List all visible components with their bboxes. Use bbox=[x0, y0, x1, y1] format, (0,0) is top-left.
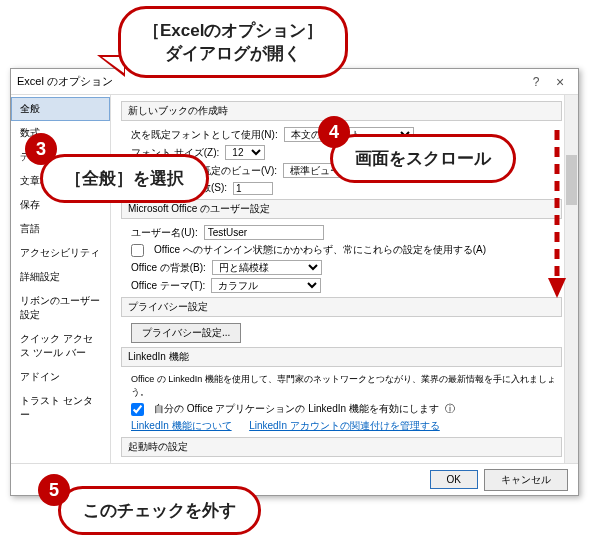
sidebar-item-accessibility[interactable]: アクセシビリティ bbox=[11, 241, 110, 265]
callout-scroll: 画面をスクロール bbox=[330, 134, 516, 183]
office-background-select[interactable]: 円と縞模様 bbox=[212, 260, 322, 275]
row-linkedin-links: LinkedIn 機能について LinkedIn アカウントの関連付けを管理する bbox=[131, 419, 562, 433]
label: Office へのサインイン状態にかかわらず、常にこれらの設定を使用する(A) bbox=[154, 243, 486, 257]
always-use-settings-checkbox[interactable] bbox=[131, 244, 144, 257]
scrollbar-thumb[interactable] bbox=[566, 155, 577, 205]
sidebar-item-advanced[interactable]: 詳細設定 bbox=[11, 265, 110, 289]
row-office-theme: Office テーマ(T): カラフル bbox=[131, 278, 562, 293]
scroll-arrow-icon bbox=[548, 130, 566, 300]
linkedin-manage-link[interactable]: LinkedIn アカウントの関連付けを管理する bbox=[249, 419, 440, 433]
linkedin-about-link[interactable]: LinkedIn 機能について bbox=[131, 419, 232, 433]
sidebar-item-addins[interactable]: アドイン bbox=[11, 365, 110, 389]
callout-uncheck: このチェックを外す bbox=[58, 486, 261, 535]
cancel-button[interactable]: キャンセル bbox=[484, 469, 568, 491]
label: 自分の Office アプリケーションの LinkedIn 機能を有効にします bbox=[154, 402, 439, 416]
label: 次を既定フォントとして使用(N): bbox=[131, 128, 278, 142]
sidebar-item-general[interactable]: 全般 bbox=[11, 97, 110, 121]
close-icon[interactable]: × bbox=[548, 72, 572, 92]
step-badge-5: 5 bbox=[38, 474, 70, 506]
sidebar-item-qat[interactable]: クイック アクセス ツール バー bbox=[11, 327, 110, 365]
privacy-settings-button[interactable]: プライバシー設定... bbox=[131, 323, 241, 343]
svg-marker-1 bbox=[548, 278, 566, 298]
row-linkedin-desc: Office の LinkedIn 機能を使用して、専門家のネットワークとつなが… bbox=[131, 373, 562, 399]
office-theme-select[interactable]: カラフル bbox=[211, 278, 321, 293]
info-icon: ⓘ bbox=[445, 402, 455, 416]
callout-dialog-open: ［Excelのオプション］ ダイアログが開く bbox=[118, 6, 348, 78]
row-privacy: プライバシー設定... bbox=[131, 323, 562, 343]
row-linkedin-cb: 自分の Office アプリケーションの LinkedIn 機能を有効にします … bbox=[131, 402, 562, 416]
row-username: ユーザー名(U): bbox=[131, 225, 562, 240]
sidebar-item-language[interactable]: 言語 bbox=[11, 217, 110, 241]
sheet-count-stepper[interactable] bbox=[233, 182, 273, 195]
sidebar-item-trust[interactable]: トラスト センター bbox=[11, 389, 110, 427]
section-header-linkedin: LinkedIn 機能 bbox=[121, 347, 562, 367]
excel-options-dialog: Excel のオプション ? × 全般 数式 データ 文章校正 保存 言語 アク… bbox=[10, 68, 579, 496]
section-header-privacy: プライバシー設定 bbox=[121, 297, 562, 317]
linkedin-enable-checkbox[interactable] bbox=[131, 403, 144, 416]
step-badge-4: 4 bbox=[318, 116, 350, 148]
step-badge-3: 3 bbox=[25, 133, 57, 165]
username-input[interactable] bbox=[204, 225, 324, 240]
row-signin-cb: Office へのサインイン状態にかかわらず、常にこれらの設定を使用する(A) bbox=[131, 243, 562, 257]
ok-button[interactable]: OK bbox=[430, 470, 478, 489]
row-office-bg: Office の背景(B): 円と縞模様 bbox=[131, 260, 562, 275]
font-size-select[interactable]: 12 bbox=[225, 145, 265, 160]
sidebar-item-ribbon[interactable]: リボンのユーザー設定 bbox=[11, 289, 110, 327]
text: ［Excelのオプション］ bbox=[143, 21, 323, 40]
scrollbar[interactable] bbox=[564, 95, 578, 463]
help-icon[interactable]: ? bbox=[524, 72, 548, 92]
text: ダイアログが開く bbox=[165, 44, 301, 63]
label: Office テーマ(T): bbox=[131, 279, 205, 293]
label: ユーザー名(U): bbox=[131, 226, 198, 240]
text: Office の LinkedIn 機能を使用して、専門家のネットワークとつなが… bbox=[131, 373, 562, 399]
callout-select-general: ［全般］を選択 bbox=[40, 154, 209, 203]
section-header-startup: 起動時の設定 bbox=[121, 437, 562, 457]
label: Office の背景(B): bbox=[131, 261, 206, 275]
